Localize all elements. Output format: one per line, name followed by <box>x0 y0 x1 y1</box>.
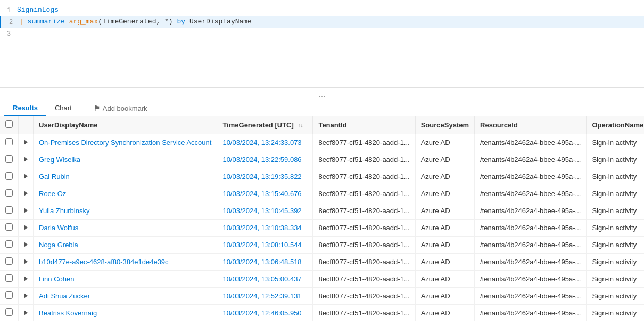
col-header-source-system[interactable]: SourceSystem <box>415 116 474 134</box>
col-header-user-display-name[interactable]: UserDisplayName <box>34 116 217 134</box>
cell-time-generated: 10/03/2024, 13:10:45.392 <box>217 202 313 220</box>
cell-resource-id: /tenants/4b2462a4-bbee-495a-... <box>475 220 587 237</box>
row-checkbox[interactable] <box>5 291 13 299</box>
cell-operation-name: Sign-in activity <box>587 134 644 151</box>
tab-results[interactable]: Results <box>4 101 46 116</box>
cell-user-display-name: Roee Oz <box>34 185 217 202</box>
query-line-2: 2 | summarize arg_max(TimeGenerated, *) … <box>0 16 644 28</box>
row-checkbox-cell[interactable] <box>0 134 19 151</box>
col-expand <box>19 116 34 134</box>
cell-source-system: Azure AD <box>415 237 474 254</box>
cell-resource-id: /tenants/4b2462a4-bbee-495a-... <box>475 185 587 202</box>
tabs-bar: Results Chart ⚑ Add bookmark <box>0 101 644 116</box>
divider-dots: ... <box>318 90 325 99</box>
row-checkbox[interactable] <box>5 240 13 248</box>
cell-source-system: Azure AD <box>415 254 474 271</box>
row-checkbox-cell[interactable] <box>0 151 19 168</box>
row-checkbox[interactable] <box>5 172 13 180</box>
row-checkbox-cell[interactable] <box>0 305 19 322</box>
row-checkbox[interactable] <box>5 206 13 214</box>
col-header-tenant-id[interactable]: TenantId <box>313 116 415 134</box>
row-expand-cell[interactable] <box>19 237 34 254</box>
cell-operation-name: Sign-in activity <box>587 237 644 254</box>
cell-user-display-name: Daria Wolfus <box>34 220 217 237</box>
row-checkbox-cell[interactable] <box>0 237 19 254</box>
add-bookmark-button[interactable]: ⚑ Add bookmark <box>89 102 152 115</box>
select-all-checkbox[interactable] <box>5 120 13 128</box>
line-number-3: 3 <box>0 28 17 39</box>
query-line-1: 1 SigninLogs <box>0 4 644 16</box>
col-header-time-generated[interactable]: TimeGenerated [UTC] ↑↓ <box>217 116 313 134</box>
cell-tenant-id: 8ecf8077-cf51-4820-aadd-1... <box>313 254 415 271</box>
bookmark-icon: ⚑ <box>94 104 101 112</box>
cell-source-system: Azure AD <box>415 271 474 288</box>
row-checkbox[interactable] <box>5 223 13 231</box>
cell-source-system: Azure AD <box>415 134 474 151</box>
cell-source-system: Azure AD <box>415 220 474 237</box>
row-checkbox[interactable] <box>5 189 13 197</box>
expand-chevron-icon[interactable] <box>24 140 28 145</box>
col-checkbox[interactable] <box>0 116 19 134</box>
cell-time-generated: 10/03/2024, 12:52:39.131 <box>217 288 313 305</box>
add-bookmark-label: Add bookmark <box>103 104 147 112</box>
drag-divider[interactable]: ... <box>0 88 644 101</box>
col-header-resource-id[interactable]: ResourceId <box>475 116 587 134</box>
by-field: UserDisplayName <box>189 18 252 26</box>
col-header-operation-label: OperationName <box>592 121 643 129</box>
col-header-operation-name[interactable]: OperationName <box>587 116 644 134</box>
expand-chevron-icon[interactable] <box>24 310 28 315</box>
table-body: On-Premises Directory Synchronization Se… <box>0 134 644 322</box>
row-checkbox-cell[interactable] <box>0 288 19 305</box>
cell-time-generated: 10/03/2024, 13:19:35.822 <box>217 168 313 185</box>
query-line-3: 3 <box>0 28 644 39</box>
row-checkbox[interactable] <box>5 138 13 145</box>
cell-resource-id: /tenants/4b2462a4-bbee-495a-... <box>475 271 587 288</box>
row-expand-cell[interactable] <box>19 271 34 288</box>
row-checkbox-cell[interactable] <box>0 220 19 237</box>
cell-time-generated: 10/03/2024, 13:05:00.437 <box>217 271 313 288</box>
row-checkbox[interactable] <box>5 257 13 265</box>
cell-tenant-id: 8ecf8077-cf51-4820-aadd-1... <box>313 134 415 151</box>
row-checkbox-cell[interactable] <box>0 168 19 185</box>
row-checkbox[interactable] <box>5 308 13 316</box>
row-expand-cell[interactable] <box>19 254 34 271</box>
row-expand-cell[interactable] <box>19 151 34 168</box>
expand-chevron-icon[interactable] <box>24 276 28 281</box>
expand-chevron-icon[interactable] <box>24 174 28 179</box>
expand-chevron-icon[interactable] <box>24 208 28 213</box>
expand-chevron-icon[interactable] <box>24 242 28 247</box>
row-expand-cell[interactable] <box>19 220 34 237</box>
argmax-args: (TimeGenerated, *) <box>98 18 177 26</box>
expand-chevron-icon[interactable] <box>24 293 28 298</box>
row-checkbox-cell[interactable] <box>0 254 19 271</box>
row-expand-cell[interactable] <box>19 134 34 151</box>
results-container[interactable]: UserDisplayName TimeGenerated [UTC] ↑↓ T… <box>0 116 644 321</box>
cell-resource-id: /tenants/4b2462a4-bbee-495a-... <box>475 134 587 151</box>
col-header-user-label: UserDisplayName <box>39 121 98 129</box>
query-editor[interactable]: 1 SigninLogs 2 | summarize arg_max(TimeG… <box>0 0 644 88</box>
row-expand-cell[interactable] <box>19 202 34 220</box>
row-checkbox-cell[interactable] <box>0 202 19 220</box>
cell-tenant-id: 8ecf8077-cf51-4820-aadd-1... <box>313 151 415 168</box>
cell-user-display-name: Yulia Zhurbinsky <box>34 202 217 220</box>
row-checkbox-cell[interactable] <box>0 185 19 202</box>
row-checkbox-cell[interactable] <box>0 271 19 288</box>
cell-time-generated: 10/03/2024, 13:10:38.334 <box>217 220 313 237</box>
tab-chart[interactable]: Chart <box>46 101 80 116</box>
row-expand-cell[interactable] <box>19 288 34 305</box>
expand-chevron-icon[interactable] <box>24 191 28 196</box>
table-row: b10d477e-a9ec-4628-af80-384e1de4e39c10/0… <box>0 254 644 271</box>
cell-operation-name: Sign-in activity <box>587 254 644 271</box>
expand-chevron-icon[interactable] <box>24 259 28 264</box>
table-row: Gal Rubin10/03/2024, 13:19:35.8228ecf807… <box>0 168 644 185</box>
row-expand-cell[interactable] <box>19 168 34 185</box>
row-expand-cell[interactable] <box>19 185 34 202</box>
cell-tenant-id: 8ecf8077-cf51-4820-aadd-1... <box>313 271 415 288</box>
cell-source-system: Azure AD <box>415 185 474 202</box>
row-checkbox[interactable] <box>5 274 13 282</box>
row-checkbox[interactable] <box>5 155 13 162</box>
cell-resource-id: /tenants/4b2462a4-bbee-495a-... <box>475 254 587 271</box>
row-expand-cell[interactable] <box>19 305 34 322</box>
expand-chevron-icon[interactable] <box>24 157 28 162</box>
expand-chevron-icon[interactable] <box>24 225 28 230</box>
